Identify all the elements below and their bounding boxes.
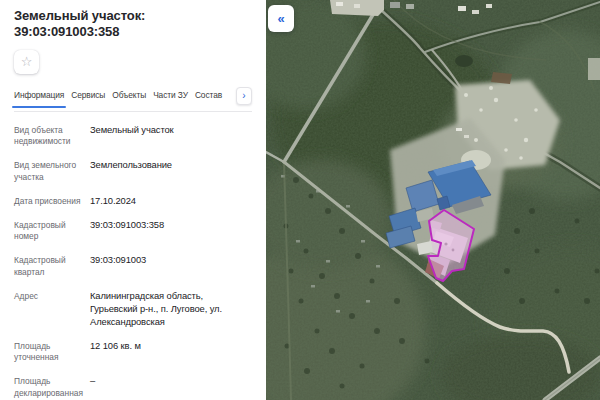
- field-label: Площадь уточненная: [14, 340, 90, 365]
- field-row-assignment-date: Дата присвоения 17.10.2024: [14, 195, 252, 208]
- field-label: Вид объекта недвижимости: [14, 124, 90, 149]
- field-value: Земельный участок: [90, 124, 252, 149]
- field-row-address: Адрес Калининградская область, Гурьевски…: [14, 290, 252, 329]
- field-label: Дата присвоения: [14, 195, 90, 208]
- map-canvas[interactable]: «: [266, 0, 600, 400]
- star-icon: ☆: [21, 55, 33, 68]
- collapse-panel-button[interactable]: «: [268, 5, 294, 32]
- satellite-map: [266, 0, 600, 400]
- field-label: Адрес: [14, 290, 90, 329]
- field-value: Землепользование: [90, 159, 252, 184]
- field-label: Площадь декларированная: [14, 375, 90, 400]
- tabs-overflow-button[interactable]: ›: [236, 87, 252, 105]
- tab-composition[interactable]: Состав: [195, 90, 222, 101]
- tab-objects[interactable]: Объекты: [112, 90, 146, 101]
- field-row-area-refined: Площадь уточненная 12 106 кв. м: [14, 340, 252, 365]
- tab-information[interactable]: Информация: [14, 90, 64, 101]
- field-value: Калининградская область, Гурьевский р-н.…: [90, 290, 252, 329]
- parcel-info-panel: Земельный участок: 39:03:091003:358 ☆ Ин…: [0, 0, 266, 400]
- field-label: Кадастровый номер: [14, 219, 90, 244]
- favorite-button[interactable]: ☆: [14, 50, 39, 74]
- field-value: –: [90, 375, 252, 400]
- field-value: 17.10.2024: [90, 195, 252, 208]
- chevron-double-left-icon: «: [277, 12, 284, 25]
- field-row-object-type: Вид объекта недвижимости Земельный участ…: [14, 124, 252, 149]
- field-value: 39:03:091003:358: [90, 219, 252, 244]
- field-label: Вид земельного участка: [14, 159, 90, 184]
- field-row-cadastral-number: Кадастровый номер 39:03:091003:358: [14, 219, 252, 244]
- field-row-area-declared: Площадь декларированная –: [14, 375, 252, 400]
- field-value: 12 106 кв. м: [90, 340, 252, 365]
- field-value: 39:03:091003: [90, 254, 252, 279]
- field-list: Вид объекта недвижимости Земельный участ…: [14, 112, 252, 400]
- cadastral-map-app: Земельный участок: 39:03:091003:358 ☆ Ин…: [0, 0, 600, 400]
- chevron-right-icon: ›: [242, 91, 245, 101]
- field-row-cadastral-block: Кадастровый квартал 39:03:091003: [14, 254, 252, 279]
- tab-parcel-parts[interactable]: Части ЗУ: [153, 90, 188, 101]
- page-title: Земельный участок: 39:03:091003:358: [14, 8, 252, 41]
- tab-services[interactable]: Сервисы: [71, 90, 105, 101]
- field-row-parcel-type: Вид земельного участка Землепользование: [14, 159, 252, 184]
- tab-bar: Информация Сервисы Объекты Части ЗУ Сост…: [14, 87, 252, 112]
- field-label: Кадастровый квартал: [14, 254, 90, 279]
